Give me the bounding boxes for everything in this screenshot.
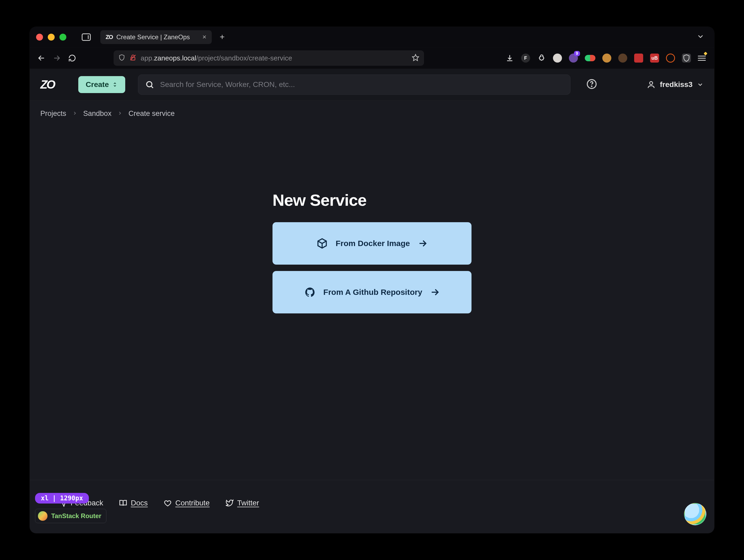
twitter-link[interactable]: Twitter (226, 499, 259, 507)
svg-line-7 (151, 86, 153, 88)
search-field-wrapper[interactable] (138, 75, 570, 95)
arrow-right-icon (418, 239, 427, 248)
docs-link[interactable]: Docs (119, 499, 148, 507)
from-docker-image-button[interactable]: From Docker Image (272, 222, 472, 265)
minimize-window-button[interactable] (48, 34, 55, 41)
tanstack-router-badge[interactable]: TanStack Router (35, 509, 106, 523)
svg-point-10 (649, 81, 653, 84)
browser-toolbar: app.zaneops.local/project/sandbox/create… (30, 47, 714, 69)
profile-avatar[interactable] (684, 503, 706, 525)
maximize-window-button[interactable] (60, 34, 66, 41)
github-option-label: From A Github Repository (324, 288, 422, 297)
heart-hands-icon (164, 499, 172, 507)
user-icon (646, 80, 656, 89)
lock-icon[interactable] (129, 54, 136, 62)
contribute-link[interactable]: Contribute (164, 499, 210, 507)
arrow-right-icon (430, 287, 440, 297)
extension-toggle-icon[interactable] (585, 55, 595, 61)
address-bar[interactable]: app.zaneops.local/project/sandbox/create… (114, 50, 424, 66)
twitter-icon (226, 499, 233, 507)
extension-orange-icon[interactable] (666, 53, 675, 63)
extension-cookie-icon[interactable] (602, 53, 611, 63)
browser-window: ZO Create Service | ZaneOps × + app.zane… (30, 27, 714, 533)
contribute-label: Contribute (175, 499, 210, 507)
extensions-row: F 9 uB (505, 53, 708, 63)
download-icon[interactable] (505, 53, 514, 63)
tanstack-label: TanStack Router (51, 512, 101, 520)
sidebar-toggle-icon[interactable] (82, 33, 91, 41)
breakpoint-badge: xl | 1290px (35, 493, 89, 504)
browser-menu-icon[interactable] (698, 55, 706, 61)
close-window-button[interactable] (36, 34, 43, 41)
book-icon (119, 499, 127, 507)
tab-title: Create Service | ZaneOps (116, 33, 199, 41)
docs-label: Docs (131, 499, 148, 507)
svg-point-6 (147, 81, 152, 87)
main-content: Projects Sandbox Create service New Serv… (30, 101, 714, 533)
extension-ublock-icon[interactable]: uB (650, 53, 659, 63)
search-icon (145, 80, 154, 89)
svg-marker-4 (412, 54, 418, 61)
chevron-down-icon (697, 81, 704, 88)
docker-option-label: From Docker Image (336, 239, 410, 248)
forward-button[interactable] (51, 52, 63, 64)
chevron-sort-icon (112, 82, 118, 87)
username: fredkiss3 (660, 80, 693, 89)
svg-point-9 (591, 86, 592, 86)
new-tab-button[interactable]: + (220, 32, 225, 42)
github-icon (304, 287, 315, 298)
extension-avatar-icon[interactable] (553, 53, 562, 63)
create-button-label: Create (86, 80, 109, 89)
create-button[interactable]: Create (78, 76, 125, 93)
extension-shield-icon[interactable] (682, 53, 691, 63)
breadcrumb-current: Create service (128, 110, 175, 118)
help-icon (586, 79, 597, 89)
breadcrumb: Projects Sandbox Create service (40, 110, 704, 118)
twitter-label: Twitter (237, 499, 259, 507)
url-text: app.zaneops.local/project/sandbox/create… (141, 54, 292, 62)
window-controls (35, 34, 66, 41)
extension-purple-icon[interactable]: 9 (569, 53, 578, 63)
help-button[interactable] (586, 79, 597, 90)
breadcrumb-sandbox[interactable]: Sandbox (83, 110, 112, 118)
chevron-right-icon (117, 110, 122, 118)
tab-favicon: ZO (106, 34, 113, 41)
extensions-puzzle-icon[interactable] (537, 53, 546, 63)
browser-tab-bar: ZO Create Service | ZaneOps × + (30, 27, 714, 47)
from-github-repo-button[interactable]: From A Github Repository (272, 271, 472, 313)
extension-badge: 9 (574, 51, 580, 56)
reload-button[interactable] (66, 52, 78, 64)
back-button[interactable] (36, 52, 47, 64)
bookmark-icon[interactable] (412, 54, 419, 62)
tanstack-icon (38, 511, 47, 521)
extension-red-icon[interactable] (634, 53, 643, 63)
app-header: ZO Create fredkiss3 (30, 69, 714, 101)
create-service-panel: New Service From Docker Image From A Git… (272, 191, 472, 320)
user-menu[interactable]: fredkiss3 (646, 80, 704, 89)
close-tab-icon[interactable]: × (202, 33, 207, 41)
extension-brown-icon[interactable] (618, 53, 627, 63)
shield-icon[interactable] (118, 54, 125, 62)
breadcrumb-projects[interactable]: Projects (40, 110, 66, 118)
page-title: New Service (272, 191, 472, 209)
browser-tab[interactable]: ZO Create Service | ZaneOps × (100, 30, 212, 44)
search-input[interactable] (160, 80, 563, 89)
extension-f-icon[interactable]: F (521, 53, 530, 63)
app-footer: xl | 1290px TanStack Router Feedback Doc… (30, 480, 714, 533)
box-icon (317, 238, 328, 249)
chevron-right-icon (72, 110, 77, 118)
tabs-dropdown-icon[interactable] (697, 33, 709, 41)
app-logo[interactable]: ZO (40, 78, 54, 91)
